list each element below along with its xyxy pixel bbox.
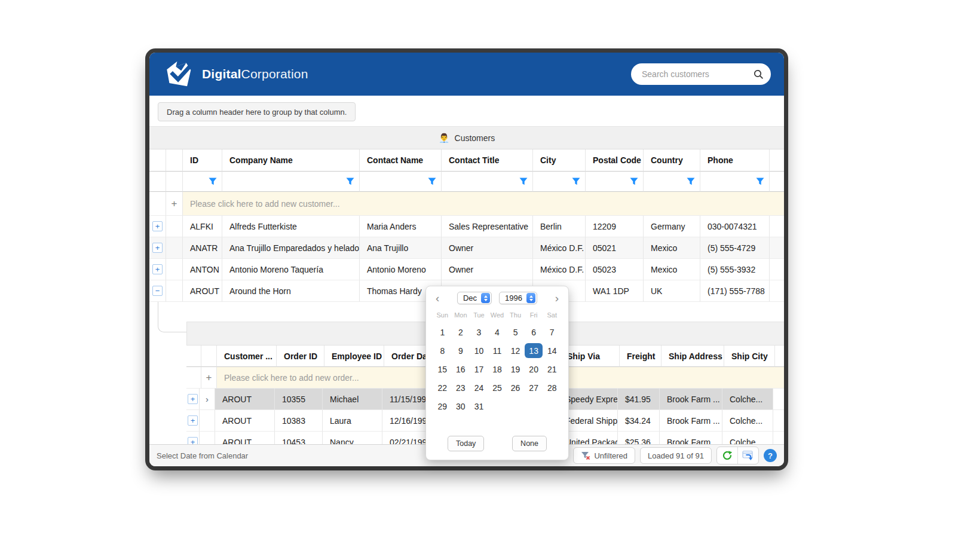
cell-postal[interactable]: 12209	[586, 216, 644, 237]
loaded-count-button[interactable]: Loaded 91 of 91	[640, 447, 712, 464]
cell-company[interactable]: Around the Horn	[222, 280, 360, 302]
column-header-city[interactable]: City	[533, 149, 586, 172]
calendar-day[interactable]: 19	[506, 362, 525, 377]
calendar-day[interactable]: 1	[433, 325, 452, 340]
calendar-day[interactable]: 7	[543, 325, 561, 340]
cell-phone[interactable]: (171) 555-7788	[700, 280, 770, 302]
cell-id[interactable]: AROUT	[183, 280, 222, 302]
calendar-day[interactable]: 23	[452, 380, 470, 395]
cell-id[interactable]: ALFKI	[183, 216, 222, 237]
cell-customer[interactable]: AROUT	[215, 389, 275, 410]
calendar-next-button[interactable]: ›	[554, 292, 560, 304]
calendar-day[interactable]: 29	[433, 399, 452, 414]
column-header-ship-city[interactable]: Ship City	[724, 346, 775, 367]
calendar-day[interactable]: 9	[452, 343, 470, 358]
cell-customer[interactable]: AROUT	[215, 410, 275, 432]
search-icon[interactable]	[754, 69, 764, 80]
customer-row-alfki[interactable]: + ALFKI Alfreds Futterkiste Maria Anders…	[149, 216, 784, 237]
column-header-company[interactable]: Company Name	[222, 149, 360, 172]
cell-employee[interactable]: Michael	[323, 389, 382, 410]
calendar-day[interactable]: 15	[433, 362, 452, 377]
calendar-day[interactable]: 25	[488, 380, 507, 395]
calendar-day[interactable]: 20	[525, 362, 543, 377]
calendar-day[interactable]: 10	[470, 343, 488, 358]
cell-company[interactable]: Antonio Moreno Taquería	[222, 259, 360, 280]
refresh-button[interactable]	[717, 447, 737, 464]
unfiltered-button[interactable]: Unfiltered	[573, 447, 635, 464]
cell-country[interactable]: Mexico	[644, 259, 700, 280]
cell-employee[interactable]: Laura	[323, 410, 382, 432]
cell-country[interactable]: Germany	[644, 216, 700, 237]
expand-plus-icon[interactable]: +	[188, 394, 198, 404]
filter-funnel-icon[interactable]	[428, 178, 436, 185]
column-header-freight[interactable]: Freight	[620, 346, 662, 367]
calendar-day[interactable]: 17	[470, 362, 488, 377]
column-header-country[interactable]: Country	[644, 149, 700, 172]
cell-id[interactable]: ANATR	[183, 237, 222, 259]
calendar-day[interactable]: 2	[452, 325, 470, 340]
calendar-day[interactable]: 16	[452, 362, 470, 377]
calendar-day[interactable]: 31	[470, 399, 488, 414]
calendar-day[interactable]: 24	[470, 380, 488, 395]
add-customer-text[interactable]: Please click here to add new customer...	[183, 192, 784, 216]
cell-order-id[interactable]: 10355	[275, 389, 323, 410]
expand-plus-icon[interactable]: +	[188, 415, 198, 426]
calendar-day[interactable]: 8	[433, 343, 452, 358]
cell-contact[interactable]: Maria Anders	[360, 216, 442, 237]
column-header-postal[interactable]: Postal Code	[586, 149, 644, 172]
cell-company[interactable]: Alfreds Futterkiste	[222, 216, 360, 237]
filter-funnel-icon[interactable]	[346, 178, 354, 185]
calendar-year-select[interactable]: 1996	[499, 292, 537, 304]
filter-funnel-icon[interactable]	[209, 178, 217, 185]
cell-title[interactable]: Sales Representative	[442, 216, 533, 237]
calendar-day[interactable]: 21	[543, 362, 561, 377]
calendar-month-select[interactable]: Dec	[457, 292, 492, 304]
filter-funnel-icon[interactable]	[519, 178, 528, 185]
calendar-day[interactable]: 3	[470, 325, 488, 340]
calendar-day[interactable]: 27	[525, 380, 543, 395]
calendar-day[interactable]: 5	[506, 325, 525, 340]
cell-phone[interactable]: (5) 555-4729	[700, 237, 770, 259]
column-header-contact[interactable]: Contact Name	[360, 149, 442, 172]
cell-freight[interactable]: $34.24	[618, 410, 660, 432]
calendar-day-selected[interactable]: 13	[525, 343, 543, 358]
column-header-id[interactable]: ID	[183, 149, 222, 172]
cell-ship-city[interactable]: Colche...	[722, 389, 773, 410]
cell-postal[interactable]: WA1 1DP	[586, 280, 644, 302]
cell-title[interactable]: Owner	[442, 237, 533, 259]
export-button[interactable]	[737, 447, 758, 464]
cell-contact[interactable]: Ana Trujillo	[360, 237, 442, 259]
calendar-prev-button[interactable]: ‹	[434, 292, 440, 304]
cell-city[interactable]: México D.F.	[533, 237, 586, 259]
customer-row-anatr[interactable]: + ANATR Ana Trujillo Emparedados y helad…	[149, 237, 784, 259]
calendar-day[interactable]: 12	[506, 343, 525, 358]
column-header-customer[interactable]: Customer ...	[217, 346, 277, 367]
calendar-day[interactable]: 28	[543, 380, 561, 395]
help-button[interactable]: ?	[764, 449, 777, 462]
column-header-employee-id[interactable]: Employee ID	[324, 346, 384, 367]
search-input[interactable]	[641, 69, 754, 80]
cell-postal[interactable]: 05023	[586, 259, 644, 280]
cell-order-id[interactable]: 10383	[275, 410, 323, 432]
calendar-today-button[interactable]: Today	[448, 436, 484, 451]
cell-ship-city[interactable]: Colche...	[722, 410, 773, 432]
calendar-day[interactable]: 22	[433, 380, 452, 395]
cell-freight[interactable]: $41.95	[618, 389, 660, 410]
cell-title[interactable]: Owner	[442, 259, 533, 280]
expand-plus-icon[interactable]: +	[152, 243, 163, 253]
cell-company[interactable]: Ana Trujillo Emparedados y helados	[222, 237, 360, 259]
cell-ship-address[interactable]: Brook Farm ...	[660, 410, 722, 432]
cell-postal[interactable]: 05021	[586, 237, 644, 259]
calendar-day[interactable]: 18	[488, 362, 507, 377]
column-header-title[interactable]: Contact Title	[442, 149, 533, 172]
calendar-day[interactable]: 26	[506, 380, 525, 395]
customer-row-anton[interactable]: + ANTON Antonio Moreno Taquería Antonio …	[149, 259, 784, 280]
calendar-day[interactable]: 11	[488, 343, 507, 358]
filter-funnel-icon[interactable]	[687, 178, 695, 185]
column-header-ship-via[interactable]: Ship Via	[560, 346, 620, 367]
column-header-ship-address[interactable]: Ship Address	[662, 346, 724, 367]
cell-country[interactable]: UK	[644, 280, 700, 302]
cell-ship-address[interactable]: Brook Farm ...	[660, 389, 722, 410]
calendar-day[interactable]: 30	[452, 399, 470, 414]
group-by-hint[interactable]: Drag a column header here to group by th…	[158, 102, 356, 121]
